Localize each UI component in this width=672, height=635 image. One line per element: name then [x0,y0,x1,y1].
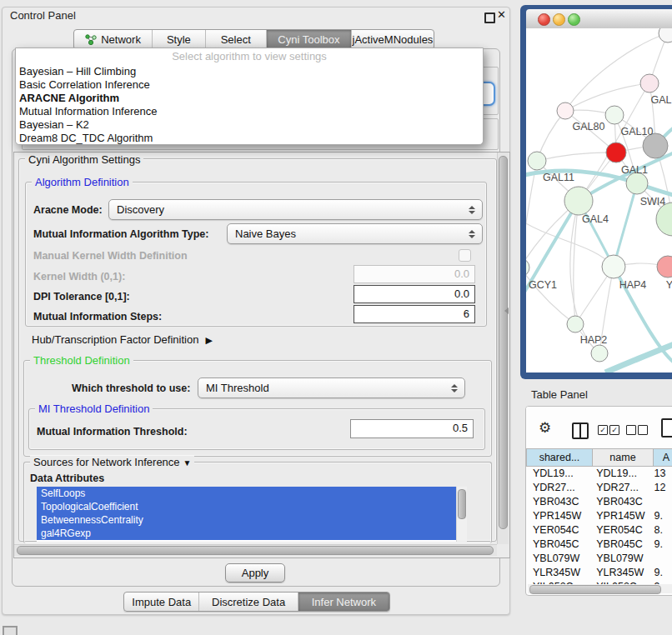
table-cell: 13 [651,467,672,481]
tab-style[interactable]: Style [152,30,204,49]
table-row[interactable]: YDL19...YDL19...13 [528,467,672,481]
mi-type-combo[interactable]: Naive Bayes [227,223,483,244]
network-edge[interactable] [537,152,616,161]
table-row[interactable]: YDR27...YDR27...12 [528,481,672,495]
network-node[interactable] [656,202,672,236]
select-all-icon[interactable]: ✓ [609,425,619,435]
tab-jactivemnodules[interactable]: jActiveMNodules [351,30,434,49]
algorithm-option[interactable]: ARACNE Algorithm [16,92,483,105]
select-all-icon[interactable]: ✓ [598,425,608,435]
tab-infer-network[interactable]: Infer Network [298,592,389,611]
table-row[interactable]: YBR045CYBR045C9. [528,538,672,552]
network-node[interactable] [640,74,659,92]
apply-button[interactable]: Apply [225,563,285,582]
combo-arrows-icon [469,206,475,214]
settings-hscrollbar-thumb[interactable] [17,546,494,555]
network-node[interactable] [557,102,574,119]
table-cell: YER054C [528,523,591,538]
close-window-icon[interactable] [538,13,550,26]
network-node[interactable] [659,28,672,42]
splitter-collapse-icon[interactable] [504,308,509,314]
aracne-mode-combo[interactable]: Discovery [108,199,483,220]
sources-group-toggle[interactable]: Sources for Network Inference▼ [30,456,194,468]
column-header-shared-name[interactable]: shared... [526,448,593,467]
close-panel-icon[interactable]: ✕ [497,8,506,21]
tab-cyni-toolbox[interactable]: Cyni Toolbox [266,30,351,49]
table-cell: YPR145W [591,509,650,523]
network-window-titlebar[interactable] [526,9,672,29]
network-node[interactable] [657,256,672,278]
algorithm-option[interactable]: Dream8 DC_TDC Algorithm [16,132,483,145]
column-header-name[interactable]: name [593,448,654,467]
node-label: SWI4 [640,196,666,208]
network-graph: GALGAL80GAL10GAL1GAL11SWI4GAL4GCY1HAP4YH… [526,28,672,372]
mi-type-value: Naive Bayes [235,228,296,240]
algorithm-option[interactable]: Basic Correlation Inference [16,78,483,92]
algorithm-option[interactable]: Mutual Information Inference [16,105,483,118]
split-columns-icon[interactable] [572,422,589,439]
maximize-window-icon[interactable] [568,13,580,26]
table-cell: YDR27... [528,481,591,495]
network-edge[interactable] [579,152,672,201]
table-row[interactable]: YLR345WYLR345W9. [528,566,672,580]
network-node[interactable] [526,258,529,277]
network-node[interactable] [564,187,593,215]
kernel-width-label: Kernel Width (0,1): [33,271,125,282]
tab-select[interactable]: Select [205,30,266,49]
algorithm-option[interactable]: Bayesian – Hill Climbing [16,65,483,78]
table-row[interactable]: YBR043CYBR043C [528,495,672,509]
which-threshold-combo[interactable]: MI Threshold [198,378,465,398]
data-attribute-item[interactable]: TopologicalCoefficient [37,500,457,513]
which-threshold-value: MI Threshold [206,382,269,394]
hub-definition-toggle[interactable]: Hub/Transcription Factor Definition▶ [32,333,213,346]
column-header-partial[interactable]: A [654,448,672,467]
node-label: Y [666,279,672,291]
table-cell: 9. [651,538,672,552]
network-node[interactable] [591,345,608,362]
table-row[interactable]: YPR145WYPR145W9. [528,509,672,523]
table-cell: 12 [651,481,672,495]
network-node[interactable] [567,316,584,332]
settings-vscrollbar-thumb[interactable] [499,156,508,529]
tab-impute-data[interactable]: Impute Data [124,592,198,611]
dock-panel-icon[interactable] [3,626,18,635]
data-attribute-item[interactable]: SelfLoops [37,487,457,500]
kernel-width-field[interactable]: 0.0 [354,265,475,283]
dpi-tolerance-field[interactable]: 0.0 [354,285,475,303]
algorithm-option[interactable]: Bayesian – K2 [16,118,483,132]
attributes-vscrollbar[interactable] [456,487,467,542]
network-edge[interactable] [614,183,637,267]
mi-steps-field[interactable]: 6 [354,305,475,323]
table-cell: YLR345W [591,566,650,580]
gear-icon[interactable]: ⚙ [539,421,551,435]
network-edge[interactable] [605,343,672,372]
manual-kernel-checkbox[interactable] [459,249,471,262]
deselect-all-icon[interactable] [626,425,636,435]
expand-right-icon: ▶ [205,335,212,346]
data-attribute-item[interactable]: gal4RGexp [37,527,457,540]
table-hscrollbar-thumb[interactable] [529,585,661,594]
minimize-window-icon[interactable] [553,13,565,26]
table-hscrollbar[interactable] [528,584,672,593]
collapse-down-icon: ▼ [183,458,192,468]
data-attribute-item[interactable]: BetweennessCentrality [37,513,457,527]
mit-field[interactable]: 0.5 [350,419,474,438]
table-cell: YDR27... [591,481,650,495]
table-cell: YBL079W [528,552,591,566]
deselect-all-icon[interactable] [638,425,648,435]
tab-network[interactable]: Network [74,30,152,49]
network-node[interactable] [528,152,546,170]
tab-discretize-data[interactable]: Discretize Data [198,592,297,611]
network-edge[interactable] [565,83,649,111]
network-node[interactable] [606,142,626,162]
cyni-bottom-tabbar: Impute DataDiscretize DataInfer Network [123,592,390,612]
export-table-icon[interactable] [661,418,672,438]
network-node[interactable] [605,106,624,124]
table-row[interactable]: YER054CYER054C8. [528,523,672,538]
attributes-vscrollbar-thumb[interactable] [458,489,466,519]
tab-label: Infer Network [312,596,376,608]
table-row[interactable]: YBL079WYBL079W [528,552,672,566]
network-node[interactable] [602,255,625,278]
float-panel-icon[interactable] [484,12,495,23]
network-canvas[interactable]: GALGAL80GAL10GAL1GAL11SWI4GAL4GCY1HAP4YH… [526,28,672,372]
